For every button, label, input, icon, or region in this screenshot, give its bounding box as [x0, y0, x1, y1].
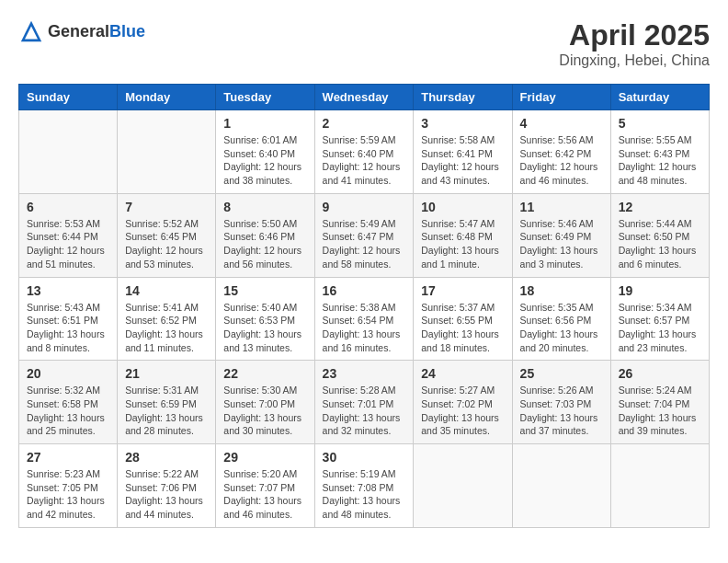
calendar-cell [610, 444, 709, 528]
day-info: Sunrise: 5:37 AM Sunset: 6:55 PM Dayligh… [421, 301, 504, 355]
calendar-cell: 23Sunrise: 5:28 AM Sunset: 7:01 PM Dayli… [314, 361, 414, 444]
logo: GeneralBlue [18, 18, 145, 44]
calendar-cell: 29Sunrise: 5:20 AM Sunset: 7:07 PM Dayli… [216, 444, 314, 528]
calendar-cell: 12Sunrise: 5:44 AM Sunset: 6:50 PM Dayli… [610, 193, 709, 277]
calendar-cell: 9Sunrise: 5:49 AM Sunset: 6:47 PM Daylig… [314, 193, 414, 277]
day-info: Sunrise: 5:26 AM Sunset: 7:03 PM Dayligh… [520, 384, 603, 438]
calendar-cell: 8Sunrise: 5:50 AM Sunset: 6:46 PM Daylig… [216, 193, 314, 277]
day-info: Sunrise: 5:22 AM Sunset: 7:06 PM Dayligh… [125, 467, 208, 522]
logo-blue: Blue [109, 22, 145, 40]
day-info: Sunrise: 5:23 AM Sunset: 7:05 PM Dayligh… [27, 467, 109, 522]
calendar-table: SundayMondayTuesdayWednesdayThursdayFrid… [18, 84, 710, 528]
month-title: April 2025 [559, 18, 710, 52]
day-info: Sunrise: 5:43 AM Sunset: 6:51 PM Dayligh… [27, 301, 109, 355]
day-info: Sunrise: 5:38 AM Sunset: 6:54 PM Dayligh… [323, 301, 406, 355]
day-info: Sunrise: 5:53 AM Sunset: 6:44 PM Dayligh… [27, 217, 109, 271]
day-number: 25 [520, 366, 603, 381]
calendar-cell: 14Sunrise: 5:41 AM Sunset: 6:52 PM Dayli… [118, 277, 216, 361]
day-info: Sunrise: 5:52 AM Sunset: 6:45 PM Dayligh… [125, 217, 208, 271]
day-info: Sunrise: 5:19 AM Sunset: 7:08 PM Dayligh… [323, 467, 406, 522]
day-number: 23 [323, 366, 406, 381]
day-info: Sunrise: 5:55 AM Sunset: 6:43 PM Dayligh… [619, 133, 701, 188]
day-number: 16 [323, 283, 406, 298]
day-number: 12 [619, 200, 701, 214]
day-info: Sunrise: 6:01 AM Sunset: 6:40 PM Dayligh… [223, 133, 306, 188]
day-number: 13 [27, 283, 109, 298]
weekday-header-monday: Monday [118, 85, 216, 110]
weekday-header-thursday: Thursday [414, 85, 512, 110]
title-block: April 2025 Dingxing, Hebei, China [559, 18, 710, 69]
day-info: Sunrise: 5:28 AM Sunset: 7:01 PM Dayligh… [323, 384, 406, 438]
calendar-cell: 27Sunrise: 5:23 AM Sunset: 7:05 PM Dayli… [19, 444, 118, 528]
day-info: Sunrise: 5:41 AM Sunset: 6:52 PM Dayligh… [125, 301, 208, 355]
calendar-cell: 19Sunrise: 5:34 AM Sunset: 6:57 PM Dayli… [610, 277, 709, 361]
day-number: 10 [421, 200, 504, 214]
logo-general: General [48, 22, 109, 40]
day-number: 22 [223, 366, 306, 381]
day-info: Sunrise: 5:32 AM Sunset: 6:58 PM Dayligh… [27, 384, 109, 438]
calendar-cell [512, 444, 610, 528]
calendar-cell: 15Sunrise: 5:40 AM Sunset: 6:53 PM Dayli… [216, 277, 314, 361]
day-number: 11 [520, 200, 603, 214]
calendar-cell [19, 110, 118, 194]
day-number: 15 [223, 283, 306, 298]
calendar-cell: 18Sunrise: 5:35 AM Sunset: 6:56 PM Dayli… [512, 277, 610, 361]
day-number: 26 [619, 366, 701, 381]
weekday-header-row: SundayMondayTuesdayWednesdayThursdayFrid… [19, 85, 710, 110]
day-info: Sunrise: 5:24 AM Sunset: 7:04 PM Dayligh… [619, 384, 701, 438]
logo-icon [18, 18, 44, 44]
calendar-cell: 16Sunrise: 5:38 AM Sunset: 6:54 PM Dayli… [314, 277, 414, 361]
calendar-week-4: 20Sunrise: 5:32 AM Sunset: 6:58 PM Dayli… [19, 361, 710, 444]
day-info: Sunrise: 5:27 AM Sunset: 7:02 PM Dayligh… [421, 384, 504, 438]
day-number: 6 [27, 200, 109, 214]
day-info: Sunrise: 5:30 AM Sunset: 7:00 PM Dayligh… [223, 384, 306, 438]
day-info: Sunrise: 5:59 AM Sunset: 6:40 PM Dayligh… [323, 133, 406, 188]
weekday-header-wednesday: Wednesday [314, 85, 414, 110]
weekday-header-friday: Friday [512, 85, 610, 110]
weekday-header-saturday: Saturday [610, 85, 709, 110]
day-info: Sunrise: 5:44 AM Sunset: 6:50 PM Dayligh… [619, 217, 701, 271]
day-number: 19 [619, 283, 701, 298]
calendar-week-5: 27Sunrise: 5:23 AM Sunset: 7:05 PM Dayli… [19, 444, 710, 528]
day-number: 14 [125, 283, 208, 298]
calendar-cell: 4Sunrise: 5:56 AM Sunset: 6:42 PM Daylig… [512, 110, 610, 194]
day-info: Sunrise: 5:46 AM Sunset: 6:49 PM Dayligh… [520, 217, 603, 271]
calendar-cell: 13Sunrise: 5:43 AM Sunset: 6:51 PM Dayli… [19, 277, 118, 361]
location-title: Dingxing, Hebei, China [559, 52, 710, 69]
day-number: 9 [323, 200, 406, 214]
calendar-cell: 24Sunrise: 5:27 AM Sunset: 7:02 PM Dayli… [414, 361, 512, 444]
calendar-cell: 3Sunrise: 5:58 AM Sunset: 6:41 PM Daylig… [414, 110, 512, 194]
page-header: GeneralBlue April 2025 Dingxing, Hebei, … [18, 18, 710, 69]
calendar-cell: 20Sunrise: 5:32 AM Sunset: 6:58 PM Dayli… [19, 361, 118, 444]
day-number: 27 [27, 450, 109, 465]
calendar-cell: 21Sunrise: 5:31 AM Sunset: 6:59 PM Dayli… [118, 361, 216, 444]
day-info: Sunrise: 5:20 AM Sunset: 7:07 PM Dayligh… [223, 467, 306, 522]
day-info: Sunrise: 5:47 AM Sunset: 6:48 PM Dayligh… [421, 217, 504, 271]
calendar-cell: 26Sunrise: 5:24 AM Sunset: 7:04 PM Dayli… [610, 361, 709, 444]
calendar-cell: 25Sunrise: 5:26 AM Sunset: 7:03 PM Dayli… [512, 361, 610, 444]
day-number: 21 [125, 366, 208, 381]
day-number: 17 [421, 283, 504, 298]
day-number: 30 [323, 450, 406, 465]
day-info: Sunrise: 5:35 AM Sunset: 6:56 PM Dayligh… [520, 301, 603, 355]
calendar-week-1: 1Sunrise: 6:01 AM Sunset: 6:40 PM Daylig… [19, 110, 710, 194]
day-number: 7 [125, 200, 208, 214]
calendar-cell: 28Sunrise: 5:22 AM Sunset: 7:06 PM Dayli… [118, 444, 216, 528]
calendar-week-2: 6Sunrise: 5:53 AM Sunset: 6:44 PM Daylig… [19, 193, 710, 277]
day-info: Sunrise: 5:50 AM Sunset: 6:46 PM Dayligh… [223, 217, 306, 271]
weekday-header-tuesday: Tuesday [216, 85, 314, 110]
calendar-cell: 7Sunrise: 5:52 AM Sunset: 6:45 PM Daylig… [118, 193, 216, 277]
calendar-cell: 2Sunrise: 5:59 AM Sunset: 6:40 PM Daylig… [314, 110, 414, 194]
day-info: Sunrise: 5:58 AM Sunset: 6:41 PM Dayligh… [421, 133, 504, 188]
calendar-cell: 11Sunrise: 5:46 AM Sunset: 6:49 PM Dayli… [512, 193, 610, 277]
day-info: Sunrise: 5:40 AM Sunset: 6:53 PM Dayligh… [223, 301, 306, 355]
day-number: 5 [619, 116, 701, 131]
calendar-cell [414, 444, 512, 528]
weekday-header-sunday: Sunday [19, 85, 118, 110]
calendar-cell [118, 110, 216, 194]
day-number: 4 [520, 116, 603, 131]
calendar-cell: 30Sunrise: 5:19 AM Sunset: 7:08 PM Dayli… [314, 444, 414, 528]
calendar-cell: 1Sunrise: 6:01 AM Sunset: 6:40 PM Daylig… [216, 110, 314, 194]
day-info: Sunrise: 5:31 AM Sunset: 6:59 PM Dayligh… [125, 384, 208, 438]
calendar-week-3: 13Sunrise: 5:43 AM Sunset: 6:51 PM Dayli… [19, 277, 710, 361]
